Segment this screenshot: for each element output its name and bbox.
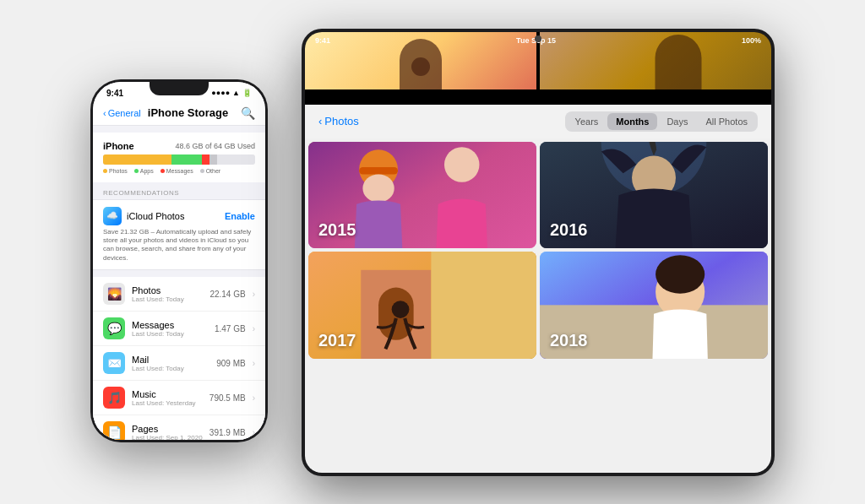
mail-size: 909 MB (216, 359, 245, 368)
year-label-2015: 2015 (318, 220, 356, 240)
pages-app-icon: 📄 (103, 421, 125, 439)
battery-icon: 🔋 (242, 89, 252, 97)
apps-dot (134, 169, 139, 173)
storage-bar (103, 154, 255, 165)
recommendations-label: RECOMMENDATIONS (93, 182, 265, 199)
photos-app-icon: 🌄 (103, 283, 125, 305)
back-chevron-icon: ‹ (318, 115, 322, 127)
icloud-name: iCloud Photos (127, 211, 185, 221)
ipad-tab-group: Years Months Days All Photos (565, 111, 758, 132)
ipad-camera (535, 35, 541, 42)
ipad-battery: 100% (742, 36, 761, 45)
photo-cell-2017[interactable]: 2017 (308, 252, 536, 359)
person-head-left (411, 57, 430, 76)
storage-legend: Photos Apps Messages Other (103, 168, 255, 174)
bar-apps (171, 154, 202, 165)
photos-back-label: Photos (324, 115, 358, 127)
icloud-row[interactable]: ☁️ iCloud Photos Enable Save 21.32 GB – … (93, 199, 265, 271)
messages-app-info: Messages Last Used: Today (132, 320, 208, 338)
photo-cell-2018[interactable]: 2018 (540, 252, 768, 359)
signal-icon: ●●●● (211, 89, 230, 97)
messages-app-icon: 💬 (103, 317, 125, 339)
photos-chevron-icon: › (253, 290, 255, 299)
photos-grid: 2015 (305, 138, 771, 473)
iphone-time: 9:41 (106, 89, 123, 98)
bar-messages (202, 154, 209, 165)
music-size: 790.5 MB (209, 393, 246, 403)
ipad-time: 9:41 (315, 36, 330, 45)
svg-rect-2 (359, 167, 398, 174)
legend-messages: Messages (160, 168, 193, 174)
pages-app-info: Pages Last Used: Sep 1, 2020 (132, 424, 203, 440)
iphone-status-icons: ●●●● ▲ 🔋 (211, 89, 252, 97)
search-icon[interactable]: 🔍 (241, 106, 255, 120)
svg-point-4 (444, 147, 480, 182)
storage-device-row: iPhone 48.6 GB of 64 GB Used (103, 141, 255, 151)
year-label-2016: 2016 (550, 220, 588, 240)
music-app-name: Music (132, 389, 203, 399)
tab-all-photos[interactable]: All Photos (697, 113, 756, 130)
tab-days[interactable]: Days (658, 113, 696, 130)
pages-app-name: Pages (132, 424, 203, 434)
pages-last-used: Last Used: Sep 1, 2020 (132, 434, 203, 440)
page-title: iPhone Storage (148, 106, 241, 119)
mail-app-info: Mail Last Used: Today (132, 355, 209, 372)
app-row-messages[interactable]: 💬 Messages Last Used: Today 1.47 GB › (93, 312, 265, 346)
bar-photos (103, 154, 171, 165)
back-button[interactable]: ‹ General (103, 108, 141, 118)
photos-last-used: Last Used: Today (132, 295, 203, 303)
apps-legend-label: Apps (140, 168, 154, 174)
device-name: iPhone (103, 141, 134, 151)
iphone-notch (150, 82, 209, 95)
tab-years[interactable]: Years (567, 113, 607, 130)
messages-legend-label: Messages (166, 168, 193, 174)
app-row-photos[interactable]: 🌄 Photos Last Used: Today 22.14 GB › (93, 277, 265, 312)
icloud-title-row: ☁️ iCloud Photos (103, 207, 185, 225)
messages-size: 1.47 GB (215, 324, 246, 333)
year-label-2017: 2017 (318, 331, 356, 350)
messages-last-used: Last Used: Today (132, 330, 208, 338)
app-list: 🌄 Photos Last Used: Today 22.14 GB › 💬 M… (93, 277, 265, 439)
mail-chevron-icon: › (253, 359, 255, 368)
photos-dot (103, 169, 107, 173)
iphone-navbar: ‹ General iPhone Storage 🔍 (93, 101, 265, 126)
back-chevron-icon: ‹ (103, 108, 106, 118)
app-row-music[interactable]: 🎵 Music Last Used: Yesterday 790.5 MB › (93, 381, 265, 415)
year-label-2018: 2018 (550, 331, 588, 350)
mail-last-used: Last Used: Today (132, 365, 209, 372)
bar-other (209, 154, 217, 165)
wifi-icon: ▲ (232, 89, 240, 97)
music-chevron-icon: › (253, 393, 255, 403)
mail-app-name: Mail (132, 355, 209, 365)
svg-rect-11 (431, 252, 536, 359)
messages-dot (160, 169, 165, 173)
ipad-topbar: ‹ Photos Years Months Days All Photos (305, 105, 771, 138)
iphone-screen: 9:41 ●●●● ▲ 🔋 ‹ General iPhone Storage 🔍… (93, 82, 265, 440)
back-label: General (108, 108, 141, 118)
icloud-icon: ☁️ (103, 207, 122, 225)
legend-other: Other (200, 168, 221, 174)
music-app-icon: 🎵 (103, 387, 125, 409)
ipad-screen: 9:41 Tue Sep 15 100% ‹ Photos Years Mont… (305, 32, 771, 473)
svg-point-3 (362, 174, 394, 202)
tab-months[interactable]: Months (607, 113, 657, 130)
app-row-pages[interactable]: 📄 Pages Last Used: Sep 1, 2020 391.9 MB … (93, 415, 265, 439)
svg-point-17 (656, 255, 705, 294)
legend-apps: Apps (134, 168, 154, 174)
photos-back-button[interactable]: ‹ Photos (318, 115, 359, 127)
music-last-used: Last Used: Yesterday (132, 399, 203, 407)
messages-chevron-icon: › (253, 324, 255, 333)
other-legend-label: Other (206, 168, 221, 174)
enable-button[interactable]: Enable (225, 211, 255, 221)
ipad-device: 9:41 Tue Sep 15 100% ‹ Photos Years Mont… (302, 29, 775, 476)
photo-cell-2015[interactable]: 2015 (308, 142, 536, 249)
storage-used: 48.6 GB of 64 GB Used (175, 142, 255, 150)
app-row-mail[interactable]: ✉️ Mail Last Used: Today 909 MB › (93, 346, 265, 381)
photo-cell-2016[interactable]: 2016 (540, 142, 768, 249)
storage-section: iPhone 48.6 GB of 64 GB Used Photos (93, 133, 265, 182)
iphone-device: 9:41 ●●●● ▲ 🔋 ‹ General iPhone Storage 🔍… (90, 79, 268, 442)
storage-content: iPhone 48.6 GB of 64 GB Used Photos (93, 126, 265, 440)
legend-photos: Photos (103, 168, 128, 174)
messages-app-name: Messages (132, 320, 208, 330)
svg-point-12 (392, 301, 410, 318)
